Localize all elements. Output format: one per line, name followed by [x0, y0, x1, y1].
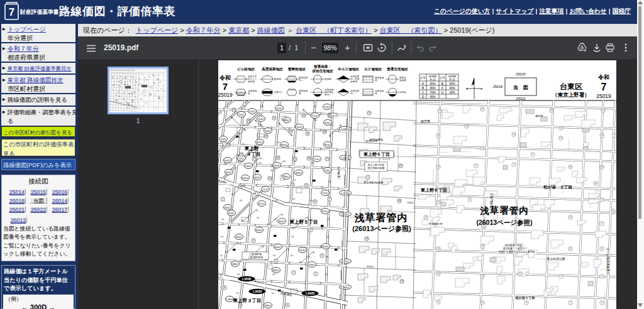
svg-text:(26013ページ参照): (26013ページ参照) — [352, 225, 411, 232]
svg-text:14: 14 — [277, 156, 279, 159]
svg-text:区立松葉公園: 区立松葉公園 — [547, 257, 565, 261]
svg-text:域: 域 — [374, 92, 377, 95]
svg-text:10: 10 — [437, 273, 440, 275]
svg-text:7: 7 — [601, 82, 607, 92]
svg-text:15: 15 — [399, 165, 402, 167]
svg-text:5: 5 — [310, 229, 311, 231]
svg-text:沿い: 沿い — [299, 79, 304, 82]
svg-text:道路沿い: 道路沿い — [274, 90, 284, 94]
svg-text:15: 15 — [294, 158, 296, 160]
svg-text:中小工場地区: 中小工場地区 — [338, 67, 359, 72]
svg-text:9: 9 — [329, 198, 330, 200]
svg-text:540C: 540C — [265, 129, 271, 133]
svg-text:全地域: 全地域 — [399, 79, 406, 82]
svg-text:F: F — [441, 86, 443, 90]
svg-text:北側全: 北側全 — [399, 91, 406, 94]
svg-text:16: 16 — [398, 200, 401, 202]
svg-text:520C: 520C — [296, 126, 303, 129]
svg-text:830C: 830C — [256, 229, 262, 232]
svg-text:東上野６丁目: 東上野６丁目 — [420, 187, 447, 193]
svg-text:19: 19 — [601, 134, 603, 137]
svg-text:記号: 記号 — [440, 76, 445, 79]
svg-text:530C: 530C — [245, 165, 252, 168]
svg-text:12: 12 — [519, 273, 521, 275]
svg-text:上野消防本部: 上野消防本部 — [247, 256, 263, 259]
svg-text:路沿い: 路沿い — [325, 93, 331, 96]
svg-text:東上野５丁目: 東上野５丁目 — [289, 219, 318, 225]
svg-text:900C: 900C — [254, 176, 260, 179]
svg-text:沿い: 沿い — [350, 92, 355, 95]
svg-text:18: 18 — [437, 134, 440, 137]
svg-text:17: 17 — [601, 198, 603, 201]
svg-text:17: 17 — [368, 112, 370, 114]
svg-text:20: 20 — [289, 130, 292, 133]
svg-text:21: 21 — [303, 114, 305, 117]
svg-text:19: 19 — [306, 133, 309, 135]
svg-text:18: 18 — [585, 147, 587, 149]
svg-text:13: 13 — [560, 137, 562, 139]
svg-text:9: 9 — [513, 163, 514, 166]
svg-text:1: 1 — [315, 273, 316, 275]
svg-text:全地域: 全地域 — [325, 78, 331, 80]
svg-text:普通商業・: 普通商業・ — [313, 64, 331, 69]
svg-text:600C: 600C — [242, 176, 248, 180]
svg-text:15: 15 — [437, 201, 440, 203]
svg-text:1,860B: 1,860B — [306, 292, 315, 295]
svg-text:12: 12 — [291, 183, 294, 186]
svg-text:720C: 720C — [324, 106, 330, 109]
svg-text:13: 13 — [227, 144, 230, 146]
svg-text:870C: 870C — [322, 210, 328, 213]
svg-text:25: 25 — [233, 109, 235, 111]
svg-text:6: 6 — [469, 198, 470, 201]
svg-text:A: A — [422, 82, 425, 85]
svg-text:B: B — [422, 86, 425, 90]
svg-text:35: 35 — [239, 304, 242, 306]
svg-text:90%: 90% — [430, 82, 435, 85]
svg-text:25: 25 — [569, 166, 572, 168]
svg-text:台東区: 台東区 — [560, 82, 582, 91]
svg-text:15: 15 — [612, 210, 614, 212]
svg-text:950C: 950C — [228, 212, 235, 215]
svg-text:浅草署管内: 浅草署管内 — [479, 205, 529, 215]
svg-text:11: 11 — [305, 184, 308, 187]
svg-text:令和: 令和 — [219, 75, 231, 81]
svg-text:870C: 870C — [258, 202, 265, 205]
svg-text:60%: 60% — [430, 95, 435, 99]
svg-text:13: 13 — [269, 177, 271, 180]
svg-text:950C: 950C — [236, 236, 242, 239]
svg-text:870C: 870C — [257, 141, 263, 144]
svg-text:700C: 700C — [220, 138, 226, 141]
svg-text:19: 19 — [465, 125, 468, 127]
svg-text:浅草署管内: 浅草署管内 — [354, 212, 408, 223]
svg-text:25015: 25015 — [516, 72, 525, 76]
svg-text:540C: 540C — [274, 164, 280, 167]
svg-text:40%: 40% — [449, 87, 455, 90]
svg-text:530C: 530C — [325, 169, 331, 172]
svg-text:区立清島幼稚園: 区立清島幼稚園 — [368, 166, 385, 170]
svg-text:18: 18 — [323, 131, 326, 133]
svg-text:18: 18 — [265, 135, 267, 138]
svg-text:600C: 600C — [225, 159, 231, 162]
svg-text:全地域: 全地域 — [248, 80, 255, 83]
svg-text:11: 11 — [569, 247, 572, 250]
svg-text:4: 4 — [321, 254, 323, 257]
svg-text:11: 11 — [437, 301, 440, 303]
svg-text:域: 域 — [298, 92, 301, 95]
svg-text:D: D — [422, 95, 425, 99]
svg-text:25022: 25022 — [516, 97, 525, 100]
svg-text:820C: 820C — [323, 245, 329, 248]
svg-text:13: 13 — [401, 280, 403, 283]
svg-text:5: 5 — [570, 301, 571, 304]
svg-text:7: 7 — [9, 6, 14, 18]
svg-text:16: 16 — [308, 157, 310, 160]
svg-text:桂善寺: 桂善寺 — [366, 265, 374, 268]
svg-text:源空寺墓地: 源空寺墓地 — [369, 138, 384, 141]
svg-text:清光寺: 清光寺 — [535, 114, 543, 117]
svg-text:7: 7 — [222, 198, 223, 200]
svg-text:30%: 30% — [449, 91, 455, 94]
svg-text:1,950B: 1,950B — [242, 278, 252, 281]
svg-text:8: 8 — [475, 165, 477, 167]
svg-text:区立清島児童遊園: 区立清島児童遊園 — [364, 181, 384, 184]
svg-text:1,950B: 1,950B — [253, 290, 262, 293]
svg-text:(26013ページ参照): (26013ページ参照) — [476, 219, 532, 227]
